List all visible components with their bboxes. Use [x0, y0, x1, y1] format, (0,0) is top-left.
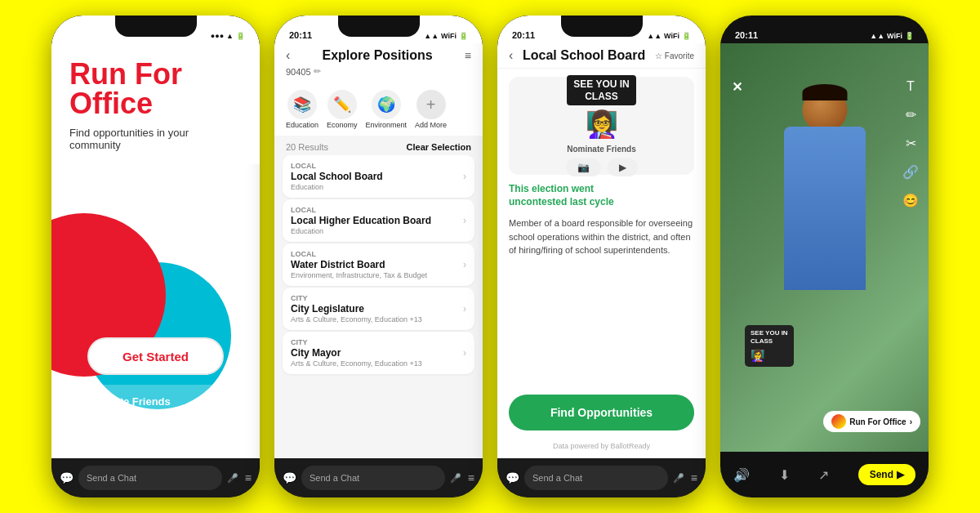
back-arrow-3[interactable]: ‹: [509, 48, 513, 63]
time-3: 20:11: [512, 30, 535, 40]
text-tool[interactable]: T: [906, 79, 915, 94]
cut-tool[interactable]: ✂: [906, 136, 916, 151]
filter-icon[interactable]: ≡: [465, 49, 471, 62]
phone1-top: Run For Office Find opportunities in you…: [51, 43, 260, 164]
mic-icon-1: 🎤: [227, 473, 238, 484]
chat-input-2[interactable]: Send a Chat: [301, 466, 445, 490]
mic-icon-2: 🎤: [450, 473, 461, 484]
chat-icon-3: 💬: [506, 471, 519, 484]
phone-1: ●●● ▲ 🔋 Run For Office Find opportunitie…: [51, 16, 260, 497]
phone-4: 20:11 ▲▲ WiFi 🔋 S: [720, 16, 929, 497]
close-button[interactable]: ✕: [732, 79, 742, 95]
bitmoji-avatar: 👩‍🏫: [586, 109, 618, 140]
environment-icon: 🌍: [372, 90, 401, 119]
phone4-content: SEE YOU IN CLASS 👩‍🏫 Run For Office › ✕ …: [720, 43, 929, 497]
run-for-office-badge[interactable]: Run For Office ›: [823, 411, 920, 432]
explore-zip: 90405 ✏: [286, 66, 471, 77]
run-for-office-logo: [831, 414, 846, 429]
status-bar-4: 20:11 ▲▲ WiFi 🔋: [720, 16, 929, 43]
phone-3: 20:11 ▲▲ WiFi 🔋 ‹ Local School Board ☆ F…: [497, 16, 706, 497]
add-more-icon: +: [416, 90, 446, 119]
share-icon[interactable]: ↗: [818, 467, 829, 483]
tools-panel: T ✏ ✂ 🔗 😊: [902, 79, 919, 208]
bottom-bar-2: 💬 Send a Chat 🎤 ≡: [274, 458, 483, 497]
download-icon[interactable]: ⬇: [779, 467, 790, 483]
explore-nav: ‹ Explore Positions ≡: [286, 48, 471, 63]
emoji-tool[interactable]: 😊: [902, 193, 919, 208]
explore-header: ‹ Explore Positions ≡ 90405 ✏: [274, 43, 483, 83]
p3-body: SEE YOU IN CLASS 👩‍🏫 Nominate Friends 📷 …: [497, 69, 706, 458]
bottom-bar-3: 💬 Send a Chat 🎤 ≡: [497, 458, 706, 497]
chat-icon-1: 💬: [60, 471, 74, 484]
mic-icon-3: 🎤: [673, 473, 684, 484]
draw-tool[interactable]: ✏: [906, 107, 916, 123]
phone2-content: ‹ Explore Positions ≡ 90405 ✏ 📚 Educatio…: [274, 43, 483, 458]
notch-1: [115, 16, 197, 37]
position-item-3[interactable]: CITY City Legislature Arts & Culture, Ec…: [283, 288, 474, 330]
chip-add-more[interactable]: + Add More: [415, 90, 447, 129]
position-item-2[interactable]: LOCAL Water District Board Environment, …: [283, 243, 474, 286]
chevron-icon-0: ›: [463, 171, 466, 182]
chat-input-1[interactable]: Send a Chat: [78, 466, 222, 490]
status-icons-1: ●●● ▲ 🔋: [211, 32, 245, 40]
card-actions: 📷 ▶: [566, 158, 638, 176]
notch-2: [338, 16, 420, 37]
nominate-label: Nominate Friends: [567, 145, 635, 154]
run-for-office-title: Run For Office: [69, 60, 242, 118]
favorite-button[interactable]: ☆ Favorite: [655, 51, 694, 60]
send-button[interactable]: Send ▶: [858, 464, 915, 485]
phone-2: 20:11 ▲▲ WiFi 🔋 ‹ Explore Positions ≡ 90…: [274, 16, 483, 497]
chip-economy[interactable]: ✏️ Economy: [327, 90, 358, 129]
p3-header: ‹ Local School Board ☆ Favorite: [497, 43, 706, 69]
explore-title: Explore Positions: [323, 48, 433, 63]
status-icons-2: ▲▲ WiFi 🔋: [424, 32, 468, 40]
chevron-icon-2: ›: [463, 259, 466, 270]
run-for-office-subtitle: Find opportunities in your community: [69, 127, 242, 151]
results-count: 20 Results: [286, 142, 328, 152]
chip-education[interactable]: 📚 Education: [286, 90, 318, 129]
phone3-content: ‹ Local School Board ☆ Favorite SEE YOU …: [497, 43, 706, 458]
position-list: LOCAL Local School Board Education › LOC…: [274, 155, 483, 458]
link-tool[interactable]: 🔗: [902, 164, 919, 180]
results-bar: 20 Results Clear Selection: [274, 136, 483, 155]
notch-3: [561, 16, 643, 37]
bitmoji-card: SEE YOU IN CLASS 👩‍🏫 Nominate Friends 📷 …: [509, 77, 694, 175]
status-icons-3: ▲▲ WiFi 🔋: [647, 32, 691, 40]
education-icon: 📚: [287, 90, 317, 119]
find-opportunities-button[interactable]: Find Opportunities: [509, 395, 694, 430]
phone1-content: Run For Office Find opportunities in you…: [51, 43, 260, 458]
sticker-overlay: SEE YOU IN CLASS 👩‍🏫: [745, 325, 794, 367]
person-container: [720, 71, 929, 452]
clear-selection-button[interactable]: Clear Selection: [407, 142, 471, 152]
camera-button[interactable]: 📷: [566, 158, 601, 176]
back-arrow-2[interactable]: ‹: [286, 48, 290, 63]
position-item-4[interactable]: CITY City Mayor Arts & Culture, Economy,…: [283, 332, 474, 374]
edit-icon[interactable]: ✏: [314, 66, 321, 77]
position-item-1[interactable]: LOCAL Local Higher Education Board Educa…: [283, 199, 474, 242]
person-body: [784, 127, 866, 290]
play-button[interactable]: ▶: [608, 158, 638, 176]
time-2: 20:11: [289, 30, 312, 40]
bottom-bar-1: 💬 Send a Chat 🎤 ≡: [51, 458, 260, 497]
chat-input-3[interactable]: Send a Chat: [524, 466, 668, 490]
chevron-icon-1: ›: [463, 215, 466, 226]
p4-bottom-bar: 🔊 ⬇ ↗ Send ▶: [720, 452, 929, 497]
get-started-button[interactable]: Get Started: [87, 337, 224, 375]
play-icon: ▶: [209, 390, 230, 412]
see-you-in-class-sign: SEE YOU IN CLASS: [567, 75, 635, 105]
menu-icon-3: ≡: [691, 471, 697, 484]
status-icons-4: ▲▲ WiFi 🔋: [870, 32, 914, 40]
chat-icon-2: 💬: [283, 471, 296, 484]
menu-icon-2: ≡: [468, 471, 474, 484]
volume-icon[interactable]: 🔊: [733, 467, 750, 483]
ballot-ready-label: Data powered by BallotReady: [509, 442, 694, 450]
uncontested-badge: This election wentuncontested last cycle: [509, 183, 694, 208]
economy-icon: ✏️: [327, 90, 357, 119]
p3-title: Local School Board: [523, 48, 645, 63]
position-item-0[interactable]: LOCAL Local School Board Education ›: [283, 155, 474, 198]
chevron-icon-4: ›: [463, 347, 466, 359]
nominate-friends-button[interactable]: Nominate Friends ▶: [69, 385, 242, 417]
menu-icon-1: ≡: [245, 471, 252, 484]
time-4: 20:11: [735, 30, 758, 40]
chip-environment[interactable]: 🌍 Environment: [366, 90, 408, 129]
